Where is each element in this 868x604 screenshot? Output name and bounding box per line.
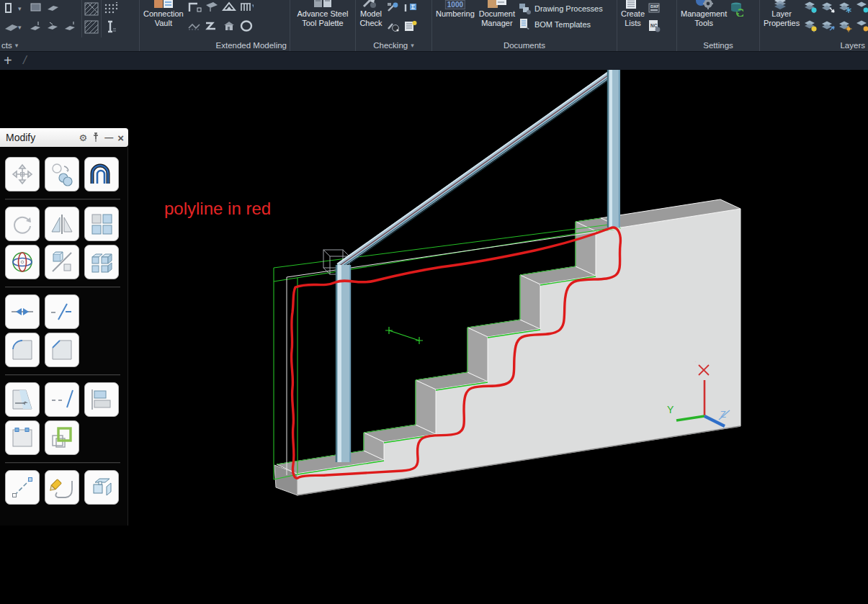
model-check-icon bbox=[359, 0, 382, 9]
model-check-button[interactable]: Model Check bbox=[357, 0, 385, 28]
drawing-processes-button[interactable]: Drawing Processes bbox=[517, 1, 604, 15]
tool-mirror-button[interactable] bbox=[45, 207, 79, 241]
layer-on-icon[interactable] bbox=[803, 0, 818, 14]
plate-corner-icon[interactable] bbox=[46, 19, 61, 33]
connection-vault-button[interactable]: Connection Vault bbox=[141, 0, 186, 28]
check-wrench-icon[interactable] bbox=[386, 0, 401, 14]
layer-isolate-icon[interactable] bbox=[855, 0, 868, 14]
tool-offset-button[interactable] bbox=[84, 157, 119, 191]
tool-fillet-button[interactable] bbox=[5, 333, 40, 367]
zigzag-plate-icon[interactable] bbox=[187, 19, 202, 33]
chevron-down-icon: ▾ bbox=[15, 42, 19, 49]
steel-column-left[interactable] bbox=[336, 265, 351, 462]
flat-plate-icon[interactable] bbox=[46, 0, 61, 14]
layer-properties-icon bbox=[770, 0, 793, 9]
layer-thaw-icon[interactable] bbox=[838, 19, 852, 33]
bom-templates-button[interactable]: BOM Templates bbox=[517, 17, 604, 31]
hatch-pattern2-icon[interactable] bbox=[84, 19, 99, 34]
panel-label-checking[interactable]: Checking▾ bbox=[356, 39, 431, 51]
svg-text:DXF: DXF bbox=[650, 4, 659, 9]
plate-tick-icon[interactable] bbox=[63, 19, 78, 33]
tool-scale-button[interactable] bbox=[5, 420, 40, 455]
ribbon-panel-tool-palette: Advance Steel Tool Palette bbox=[290, 0, 356, 51]
layer-freeze-icon[interactable] bbox=[838, 0, 852, 14]
tool-explode-button[interactable] bbox=[84, 470, 119, 505]
nc-export-icon[interactable]: NC bbox=[647, 19, 661, 33]
panel-label-lists bbox=[617, 39, 676, 51]
tool-trim-button[interactable] bbox=[5, 382, 40, 417]
tool-mirror-3d-button[interactable] bbox=[45, 245, 79, 279]
new-drawing-tab-button[interactable]: + bbox=[4, 53, 12, 69]
panel-label-documents: Documents bbox=[432, 39, 617, 51]
hatch-pattern-icon[interactable] bbox=[84, 1, 99, 16]
layer-properties-button[interactable]: Layer Properties bbox=[761, 0, 802, 28]
create-lists-icon bbox=[622, 0, 645, 9]
layer-off-icon[interactable] bbox=[803, 19, 818, 33]
document-manager-button[interactable]: Document Manager bbox=[477, 0, 517, 28]
tool-rotate-button[interactable] bbox=[5, 207, 40, 241]
plate-fold-icon[interactable] bbox=[205, 0, 219, 14]
create-lists-button[interactable]: Create Lists bbox=[619, 0, 647, 28]
clash-check-icon[interactable] bbox=[386, 19, 401, 33]
house-icon[interactable] bbox=[222, 19, 236, 33]
layer-match-icon[interactable] bbox=[820, 19, 835, 33]
plate-tool-icon[interactable]: ▾ bbox=[1, 19, 27, 34]
tool-align-button[interactable] bbox=[84, 382, 119, 417]
svg-text:▾: ▾ bbox=[252, 2, 254, 9]
z-fold-icon[interactable] bbox=[205, 19, 219, 33]
ribbon-panel-lists: Create Lists DXF NC bbox=[617, 0, 677, 51]
management-tools-button[interactable]: Management Tools bbox=[679, 0, 729, 28]
layer-walk-icon[interactable] bbox=[820, 0, 835, 14]
connection-vault-icon bbox=[152, 0, 175, 9]
tool-break-button[interactable] bbox=[45, 294, 79, 329]
tool-rectangular-array-button[interactable] bbox=[84, 207, 119, 241]
file-tab-bar: + / bbox=[0, 51, 868, 70]
tab-slash-icon: / bbox=[23, 53, 27, 68]
ribbon-panel-objects: ▾ ▾ bbox=[0, 0, 140, 51]
ibeam-profile-icon[interactable] bbox=[104, 19, 118, 34]
tool-join-button[interactable] bbox=[45, 420, 79, 455]
modify-palette: Modify ⚙ — × bbox=[0, 128, 128, 526]
minimize-icon[interactable]: — bbox=[104, 132, 112, 143]
tool-orbit-3d-button[interactable] bbox=[5, 245, 40, 279]
annotation-text: polyline in red bbox=[164, 199, 271, 218]
chevron-down-icon: ▾ bbox=[411, 42, 414, 49]
audit-list-icon[interactable] bbox=[403, 19, 418, 33]
ring-icon[interactable] bbox=[239, 19, 254, 33]
modify-palette-body bbox=[0, 147, 128, 526]
corner-connection-icon[interactable] bbox=[187, 0, 202, 14]
drawing-area[interactable]: polyline in red X Y Z bbox=[0, 0, 868, 604]
database-sync-icon[interactable] bbox=[729, 1, 743, 16]
tool-copy-button[interactable] bbox=[45, 157, 79, 191]
numbering-icon: 1000 bbox=[442, 0, 468, 9]
dxf-export-icon[interactable]: DXF bbox=[647, 1, 661, 15]
pin-icon[interactable] bbox=[92, 132, 99, 143]
solid-plate-icon[interactable] bbox=[29, 0, 43, 14]
ribbon: ▾ ▾ bbox=[0, 0, 868, 51]
tool-edit-polyline-button[interactable] bbox=[45, 470, 79, 505]
measure-marker[interactable] bbox=[385, 327, 423, 344]
railing-icon[interactable]: ▾ bbox=[239, 0, 254, 14]
level-check-icon[interactable] bbox=[403, 0, 418, 14]
plate-up-icon[interactable] bbox=[29, 19, 43, 33]
tool-extend-button[interactable] bbox=[45, 382, 79, 417]
svg-text:▾: ▾ bbox=[18, 5, 22, 12]
tool-chamfer-button[interactable] bbox=[45, 333, 79, 367]
tool-stretch-button[interactable] bbox=[5, 294, 40, 329]
tool-array-3d-button[interactable] bbox=[84, 245, 119, 279]
panel-label-objects[interactable]: cts▾ bbox=[0, 39, 139, 51]
tool-lengthen-button[interactable] bbox=[5, 470, 40, 505]
gear-icon[interactable]: ⚙ bbox=[79, 132, 88, 143]
advance-steel-tool-palette-button[interactable]: Advance Steel Tool Palette bbox=[295, 0, 351, 28]
modify-palette-header[interactable]: Modify ⚙ — × bbox=[0, 128, 128, 147]
steel-column-right[interactable] bbox=[607, 70, 620, 227]
tool-move-button[interactable] bbox=[5, 157, 40, 191]
beam-section-icon[interactable]: ▾ bbox=[1, 1, 27, 15]
roof-icon[interactable] bbox=[222, 0, 236, 14]
panel-label-settings: Settings bbox=[677, 39, 759, 51]
numbering-button[interactable]: 1000 Numbering bbox=[434, 0, 477, 19]
layer-lock-icon[interactable] bbox=[855, 19, 868, 33]
ucs-y-label: Y bbox=[667, 404, 674, 415]
grid-points-icon[interactable] bbox=[104, 1, 118, 16]
close-icon[interactable]: × bbox=[117, 132, 124, 144]
